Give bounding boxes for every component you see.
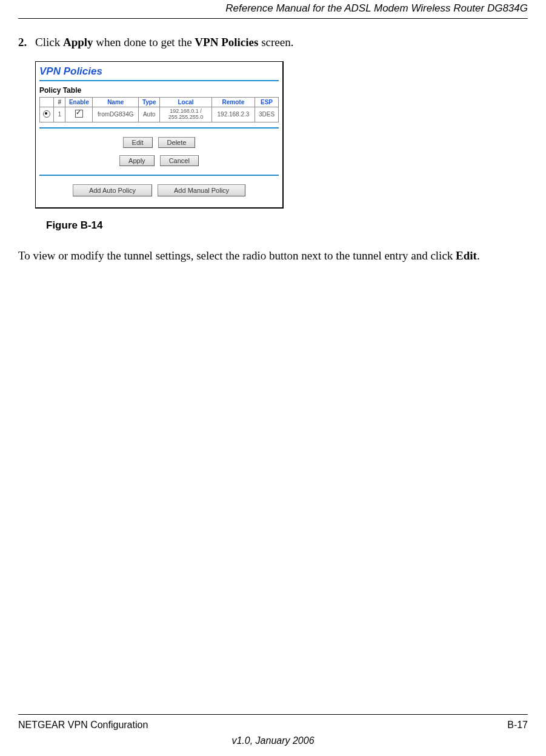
- step-text-vpn: VPN Policies: [195, 36, 258, 49]
- row-name: fromDG834G: [93, 107, 139, 122]
- body-paragraph: To view or modify the tunnel settings, s…: [18, 249, 528, 264]
- step-2: 2. Click Apply when done to get the VPN …: [18, 36, 528, 49]
- step-text-mid: when done to get the: [93, 36, 195, 49]
- th-esp: ESP: [255, 98, 278, 107]
- footer-right: B-17: [507, 720, 528, 731]
- page-footer: NETGEAR VPN Configuration B-17 v1.0, Jan…: [18, 714, 528, 746]
- row-remote: 192.168.2.3: [211, 107, 255, 122]
- th-name: Name: [93, 98, 139, 107]
- step-text-pre: Click: [35, 36, 63, 49]
- step-text-apply: Apply: [63, 36, 93, 49]
- step-text-post: screen.: [258, 36, 293, 49]
- delete-button[interactable]: Delete: [158, 137, 196, 148]
- step-number: 2.: [18, 36, 35, 49]
- th-local: Local: [160, 98, 212, 107]
- policy-table-label: Policy Table: [39, 81, 279, 97]
- table-row: 1 fromDG834G Auto 192.168.0.1 / 255.255.…: [40, 107, 279, 122]
- row-num: 1: [54, 107, 65, 122]
- vpn-policies-screenshot: VPN Policies Policy Table # Enable Name …: [35, 61, 284, 209]
- footer-center: v1.0, January 2006: [18, 735, 528, 746]
- para-pre: To view or modify the tunnel settings, s…: [18, 249, 456, 262]
- apply-button[interactable]: Apply: [119, 155, 155, 166]
- th-num: #: [54, 98, 65, 107]
- th-type: Type: [139, 98, 160, 107]
- footer-left: NETGEAR VPN Configuration: [18, 720, 148, 731]
- th-enable: Enable: [65, 98, 93, 107]
- screenshot-title: VPN Policies: [39, 64, 279, 81]
- row-type: Auto: [139, 107, 160, 122]
- row-local: 192.168.0.1 / 255.255.255.0: [160, 107, 212, 122]
- add-manual-policy-button[interactable]: Add Manual Policy: [158, 184, 245, 196]
- add-auto-policy-button[interactable]: Add Auto Policy: [73, 184, 152, 196]
- row-enable-checkbox[interactable]: [75, 110, 83, 118]
- cancel-button[interactable]: Cancel: [160, 155, 199, 166]
- para-edit: Edit: [456, 249, 477, 262]
- row-esp: 3DES: [255, 107, 278, 122]
- figure-caption: Figure B-14: [46, 219, 528, 232]
- edit-button[interactable]: Edit: [123, 137, 153, 148]
- row-radio[interactable]: [43, 110, 50, 118]
- page-header: Reference Manual for the ADSL Modem Wire…: [18, 0, 528, 19]
- th-radio: [40, 98, 54, 107]
- th-remote: Remote: [211, 98, 255, 107]
- para-post: .: [477, 249, 480, 262]
- policy-table: # Enable Name Type Local Remote ESP 1 fr…: [39, 97, 279, 122]
